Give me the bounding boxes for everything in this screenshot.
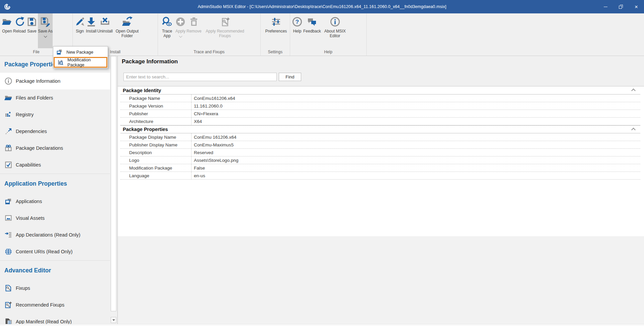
row-value[interactable]: Reserved (192, 149, 640, 156)
menu-item-new-package[interactable]: New Package (54, 47, 107, 57)
row-label: Architecture (120, 118, 192, 125)
sidebar-item-label: App Declarations (Read Only) (16, 232, 80, 238)
apply-label: Apply (175, 29, 185, 34)
about-msix-editor-button[interactable]: About MSIX Editor (322, 13, 348, 48)
checkbox-icon (4, 161, 12, 169)
search-input[interactable] (123, 73, 277, 81)
sidebar-item-registry[interactable]: Registry (0, 106, 110, 123)
menu-item-modification-package-label: Modification Package (67, 57, 106, 67)
sidebar-item-label: App Manifest (Read Only) (16, 319, 72, 324)
window-title: AdminStudio MSIX Editor - [C:\Users\Admi… (0, 4, 644, 9)
ribbon-group-trace-fixups: Trace App Apply Remove Apply Recommended… (158, 13, 261, 56)
sidebar-item-content-uris[interactable]: Content URIs (Read Only) (0, 243, 110, 260)
sidebar-item-dependencies[interactable]: Dependencies (0, 123, 110, 140)
install-arrow-icon (86, 16, 97, 27)
sidebar-heading-application-properties: Application Properties (0, 174, 110, 193)
menu-item-modification-package[interactable]: Modification Package (55, 58, 106, 67)
uninstall-button[interactable]: Uninstall (97, 13, 113, 48)
trace-app-icon (162, 16, 172, 27)
trace-app-button[interactable]: Trace App (160, 13, 174, 48)
sidebar-scrollbar (110, 56, 117, 326)
group-label-trace-fixups: Trace and Fixups (158, 48, 260, 56)
feedback-label: Feedback (303, 29, 321, 34)
menu-item-new-package-label: New Package (66, 50, 93, 55)
scrollbar-track[interactable] (111, 56, 116, 311)
sidebar-item-label: Fixups (16, 285, 30, 291)
collapse-chevron-icon[interactable] (631, 88, 636, 93)
registry-blocks-icon (4, 111, 12, 119)
sidebar-item-label: Files and Folders (16, 95, 53, 101)
save-as-button[interactable]: Save As (38, 13, 53, 48)
install-label: Install (86, 29, 96, 34)
feedback-button[interactable]: Feedback (303, 13, 321, 48)
row-value[interactable]: ConEmu 161206.x64 (192, 133, 640, 141)
page-title: Package Information (122, 58, 178, 65)
save-as-dropdown-chevron-icon (44, 35, 47, 38)
row-value[interactable]: 11.161.2060.0 (192, 102, 640, 110)
save-label: Save (27, 29, 36, 34)
window-controls: × (598, 0, 644, 13)
scrollbar-down-button[interactable] (111, 317, 116, 323)
new-package-icon (56, 49, 62, 55)
sidebar-item-package-declarations[interactable]: Package Declarations (0, 140, 110, 156)
row-value[interactable]: ConEmu-Maximus5 (192, 141, 640, 148)
sidebar-item-app-declarations[interactable]: App Declarations (Read Only) (0, 226, 110, 243)
restore-button[interactable] (613, 0, 629, 13)
table-row: Modification Package False (120, 164, 640, 172)
table-row: Language en-us (120, 172, 640, 180)
close-button[interactable]: × (629, 0, 644, 13)
feedback-bubbles-icon (307, 16, 317, 27)
row-label: Logo (120, 156, 192, 164)
section-header-label: Package Identity (123, 88, 161, 93)
sidebar-item-label: Content URIs (Read Only) (16, 249, 72, 254)
property-grid: Package Identity Package Name ConEmu1612… (120, 86, 640, 180)
sidebar-item-capabilities[interactable]: Capabilities (0, 156, 110, 173)
sidebar-item-label: Dependencies (16, 129, 47, 134)
sidebar-item-recommended-fixups[interactable]: Recommended Fixups (0, 297, 110, 313)
globe-icon (4, 248, 12, 256)
bottom-strip (0, 324, 644, 326)
preferences-button[interactable]: Preferences (265, 13, 287, 48)
sign-button[interactable]: Sign (74, 13, 85, 48)
find-button[interactable]: Find (279, 73, 301, 81)
reload-button[interactable]: Reload (13, 13, 26, 48)
reload-icon (14, 16, 25, 27)
reload-label: Reload (13, 29, 26, 34)
folder-icon (4, 94, 12, 102)
open-output-folder-button[interactable]: Open Output Folder (113, 13, 141, 48)
sign-pencil-icon (74, 16, 85, 27)
row-value[interactable]: Assets\StoreLogo.png (192, 156, 640, 164)
row-label: Package Display Name (120, 133, 192, 141)
sidebar-item-fixups[interactable]: Fixups (0, 280, 110, 297)
help-label: Help (293, 29, 302, 34)
sidebar-navigation: Package Properties Package Information F… (0, 56, 110, 326)
apply-button: Apply (175, 13, 186, 48)
minimize-button[interactable] (598, 0, 613, 13)
sidebar-item-visual-assets[interactable]: Visual Assets (0, 210, 110, 226)
sidebar-item-label: Registry (16, 112, 34, 117)
row-value[interactable]: CN=Flexera (192, 110, 640, 117)
svg-text:?: ? (296, 19, 299, 25)
open-button[interactable]: Open (2, 13, 12, 48)
sidebar-item-applications[interactable]: Applications (0, 193, 110, 210)
info-icon (4, 77, 12, 85)
row-value[interactable]: False (192, 164, 640, 172)
collapse-chevron-icon[interactable] (631, 128, 636, 132)
section-header-package-properties[interactable]: Package Properties (120, 125, 640, 133)
row-value[interactable]: en-us (192, 172, 640, 179)
row-label: Publisher (120, 110, 192, 117)
section-header-package-identity[interactable]: Package Identity (120, 86, 640, 94)
section-header-label: Package Properties (123, 127, 168, 132)
install-button[interactable]: Install (86, 13, 97, 48)
row-label: Language (120, 172, 192, 179)
save-as-label: Save As (38, 29, 53, 34)
sidebar-item-package-information[interactable]: Package Information (0, 73, 110, 89)
help-button[interactable]: ? Help (292, 13, 303, 48)
row-value[interactable]: ConEmu161206.x64 (192, 94, 640, 102)
row-value[interactable]: X64 (192, 118, 640, 125)
help-question-icon: ? (292, 16, 303, 27)
sidebar-item-files-and-folders[interactable]: Files and Folders (0, 89, 110, 106)
apply-recommended-fixups-icon (220, 16, 230, 27)
save-button[interactable]: Save (26, 13, 37, 48)
table-row: Package Display Name ConEmu 161206.x64 (120, 133, 640, 141)
